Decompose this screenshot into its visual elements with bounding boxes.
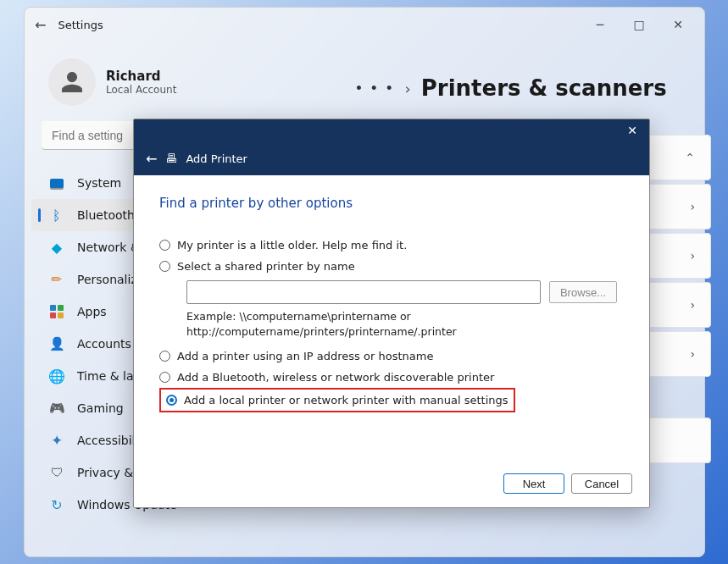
minimize-button[interactable]: ─ [581,12,620,37]
gaming-icon: 🎮 [48,400,65,417]
breadcrumb: • • • › Printers & scanners [355,75,667,101]
close-button[interactable]: ✕ [659,12,697,37]
dialog-title: Add Printer [186,152,247,165]
back-icon[interactable]: ← [146,151,157,167]
highlight-box: Add a local printer or network printer w… [159,388,515,412]
radio-label: My printer is a little older. Help me fi… [177,239,407,252]
display-icon [48,174,65,191]
example-text: Example: \\computername\printername or h… [186,309,624,339]
radio-label: Select a shared printer by name [177,260,355,273]
sidebar-item-label: Accounts [77,337,131,351]
chevron-up-icon: ⌃ [685,151,695,164]
dialog-close-button[interactable]: ✕ [620,124,644,137]
user-subtitle: Local Account [106,84,176,96]
shield-icon: 🛡 [48,464,65,481]
avatar[interactable] [48,58,96,106]
sidebar-item-label: Gaming [77,401,124,415]
app-title: Settings [58,19,103,31]
titlebar: ← Settings ─ □ ✕ [25,8,704,41]
radio-option-wireless[interactable]: Add a Bluetooth, wireless or network dis… [159,367,624,388]
accounts-icon: 👤 [48,335,65,352]
browse-button[interactable]: Browse... [549,281,617,303]
radio-icon [159,372,170,383]
apps-icon [48,303,65,320]
maximize-button[interactable]: □ [620,12,659,37]
radio-label: Add a printer using an IP address or hos… [177,350,433,362]
globe-icon: 🌐 [48,368,65,384]
radio-label: Add a Bluetooth, wireless or network dis… [177,371,494,384]
radio-option-local[interactable]: Add a local printer or network printer w… [164,391,510,409]
next-button[interactable]: Next [503,473,564,494]
update-icon: ↻ [48,496,65,513]
chevron-right-icon: › [690,298,695,312]
radio-option-shared[interactable]: Select a shared printer by name [159,256,624,277]
bluetooth-icon: ᛒ [48,207,65,224]
cancel-button[interactable]: Cancel [571,473,632,494]
radio-icon [159,261,170,272]
chevron-right-icon: › [690,200,695,213]
wifi-icon: ◆ [48,239,65,256]
person-icon [58,69,86,96]
user-name: Richard [106,69,176,84]
back-icon[interactable]: ← [35,17,46,33]
chevron-right-icon: › [690,249,695,263]
radio-icon-selected [166,395,177,406]
brush-icon: ✎ [45,268,69,291]
printer-icon: 🖶 [165,152,177,165]
dialog-heading: Find a printer by other options [159,196,624,211]
page-title: Printers & scanners [421,75,667,101]
radio-option-ip[interactable]: Add a printer using an IP address or hos… [159,346,624,367]
radio-icon [159,351,170,362]
shared-printer-input[interactable] [186,280,541,304]
radio-label: Add a local printer or network printer w… [184,394,508,406]
dialog-titlebar: ✕ [134,119,649,141]
breadcrumb-more-icon[interactable]: • • • [355,81,395,95]
radio-option-older[interactable]: My printer is a little older. Help me fi… [159,235,624,256]
sidebar-item-label: Apps [77,305,107,318]
radio-icon [159,240,170,251]
sidebar-item-label: System [77,176,121,190]
chevron-right-icon: › [405,80,411,97]
add-printer-dialog: ✕ ← 🖶 Add Printer Find a printer by othe… [133,119,650,508]
chevron-right-icon: › [690,347,695,361]
dialog-header: ← 🖶 Add Printer [134,141,649,175]
accessibility-icon: ✦ [48,432,65,449]
